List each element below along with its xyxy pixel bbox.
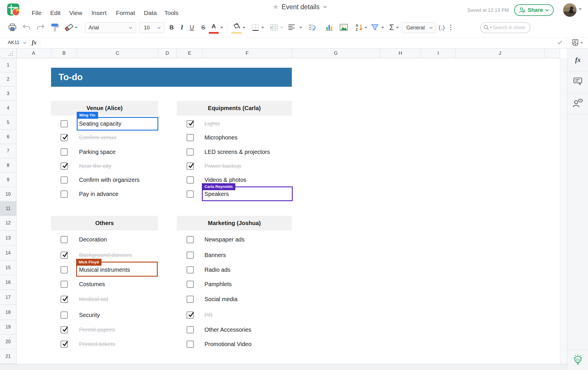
print-button[interactable] — [8, 24, 16, 31]
name-box[interactable]: AK11 — [8, 40, 19, 46]
checkbox-unchecked[interactable] — [61, 236, 68, 243]
checkbox-unchecked[interactable] — [187, 190, 194, 198]
todo-item-label[interactable]: Medical aid — [79, 296, 108, 303]
checkbox-checked[interactable] — [187, 163, 194, 170]
row-header-10[interactable]: 10 — [0, 187, 16, 201]
checkbox-unchecked[interactable] — [187, 341, 194, 348]
todo-item-label[interactable]: Social media — [204, 296, 238, 303]
row-header-9[interactable]: 9 — [0, 173, 16, 187]
avatar[interactable] — [563, 3, 577, 17]
checkbox-checked[interactable] — [61, 296, 68, 303]
row-header-16[interactable]: 16 — [0, 275, 16, 290]
row-header-3[interactable]: 3 — [0, 86, 16, 101]
search-input[interactable] — [492, 25, 525, 31]
strikethrough-button[interactable]: S — [201, 24, 205, 31]
checkbox-unchecked[interactable] — [187, 326, 194, 333]
checkbox-unchecked[interactable] — [187, 296, 194, 303]
wrap-text-button[interactable] — [309, 24, 316, 31]
checkbox-unchecked[interactable] — [187, 281, 194, 288]
sum-button[interactable]: Σ — [389, 23, 394, 32]
todo-item-label[interactable]: Other Accessories — [204, 326, 251, 333]
checkbox-unchecked[interactable] — [187, 252, 194, 259]
todo-item-label[interactable]: LED screens & projectors — [204, 149, 270, 155]
menu-insert[interactable]: Insert — [91, 10, 107, 16]
todo-item-label[interactable]: Decoration — [79, 236, 107, 243]
avatar-chevron-icon[interactable] — [579, 8, 582, 10]
undo-button[interactable] — [22, 24, 31, 31]
column-header-F[interactable]: F — [203, 48, 292, 58]
todo-item-label[interactable]: Banners — [204, 252, 226, 258]
todo-item-label[interactable]: Confirm with organizers — [79, 177, 140, 183]
underline-button[interactable]: U — [189, 24, 194, 31]
horizontal-align-button[interactable] — [288, 24, 295, 31]
fill-color-chevron-icon[interactable] — [243, 27, 245, 29]
row-header-17[interactable]: 17 — [0, 290, 16, 305]
sheet-view-button[interactable] — [572, 39, 585, 48]
column-header-E[interactable]: E — [177, 48, 203, 58]
format-painter-button[interactable] — [50, 23, 59, 32]
row-header-11[interactable]: 11 — [0, 201, 16, 216]
checkbox-unchecked[interactable] — [61, 312, 68, 319]
sum-chevron-icon[interactable] — [396, 27, 399, 29]
row-header-14[interactable]: 14 — [0, 246, 16, 260]
checkbox-unchecked[interactable] — [61, 281, 68, 288]
workbook-title[interactable]: Event details — [282, 3, 320, 11]
todo-item-label[interactable]: Security — [79, 312, 100, 318]
row-header-13[interactable]: 13 — [0, 231, 16, 246]
sort-button[interactable]: AZ — [356, 24, 363, 31]
section-header-others[interactable]: Others — [51, 216, 158, 231]
row-header-4[interactable]: 4 — [0, 101, 16, 115]
sort-chevron-icon[interactable] — [365, 27, 367, 29]
checkbox-checked[interactable] — [187, 312, 194, 319]
filter-button[interactable] — [371, 24, 379, 31]
todo-item-label[interactable]: Videos & photos — [204, 177, 246, 183]
todo-item-label[interactable]: Promotional Video — [204, 341, 251, 348]
todo-item-label[interactable]: Microphones — [204, 134, 238, 141]
todo-item-label[interactable]: Near the city — [79, 163, 111, 169]
checkbox-unchecked[interactable] — [187, 236, 194, 243]
row-header-15[interactable]: 15 — [0, 260, 16, 275]
number-format-select[interactable]: General — [402, 22, 436, 33]
checkbox-checked[interactable] — [187, 120, 194, 127]
formula-confirm-icon[interactable] — [557, 39, 563, 47]
favorite-star-icon[interactable]: ★ — [273, 3, 279, 11]
column-header-J[interactable]: J — [456, 48, 544, 58]
merge-cells-button[interactable]: a — [270, 24, 278, 31]
checkbox-unchecked[interactable] — [187, 266, 194, 273]
clear-format-button[interactable] — [64, 23, 74, 31]
column-header-G[interactable]: G — [292, 48, 380, 58]
todo-item-label[interactable]: Newspaper ads — [204, 236, 245, 243]
chart-button[interactable] — [326, 24, 333, 31]
row-header-5[interactable]: 5 — [0, 115, 16, 130]
checkbox-unchecked[interactable] — [61, 190, 68, 198]
row-header-20[interactable]: 20 — [0, 335, 16, 349]
checkbox-checked[interactable] — [61, 341, 68, 348]
font-size-select[interactable]: 10 — [139, 22, 164, 33]
row-header-6[interactable]: 6 — [0, 130, 16, 144]
italic-button[interactable]: I — [181, 24, 183, 31]
todo-item-label[interactable]: PR — [204, 312, 213, 318]
checkbox-checked[interactable] — [61, 134, 68, 141]
sheet-search[interactable] — [480, 22, 531, 33]
todo-item-label[interactable]: Confirm venue — [79, 134, 117, 141]
checkbox-checked[interactable] — [61, 163, 68, 170]
menu-edit[interactable]: Edit — [50, 10, 61, 16]
row-header-7[interactable]: 7 — [0, 144, 16, 158]
fill-color-button[interactable] — [232, 22, 241, 30]
menu-data[interactable]: Data — [144, 10, 157, 16]
todo-item-label[interactable]: Pay in advance — [79, 191, 119, 197]
checkbox-unchecked[interactable] — [61, 266, 68, 273]
todo-item-label[interactable]: Parking space — [79, 149, 116, 155]
checkbox-unchecked[interactable] — [187, 134, 194, 141]
font-family-select[interactable]: Arial — [85, 22, 136, 33]
toolbar-more-button[interactable]: ⋮ — [448, 24, 454, 31]
column-header-D[interactable]: D — [158, 48, 177, 58]
fx-icon[interactable]: fx — [32, 39, 37, 46]
menu-tools[interactable]: Tools — [164, 10, 179, 16]
clear-format-chevron-icon[interactable] — [75, 27, 78, 29]
row-header-2[interactable]: 2 — [0, 72, 16, 86]
borders-button[interactable] — [252, 24, 259, 31]
menu-format[interactable]: Format — [116, 10, 135, 16]
column-header-B[interactable]: B — [51, 48, 77, 58]
section-header-marketing[interactable]: Marketing (Joshua) — [177, 216, 292, 231]
